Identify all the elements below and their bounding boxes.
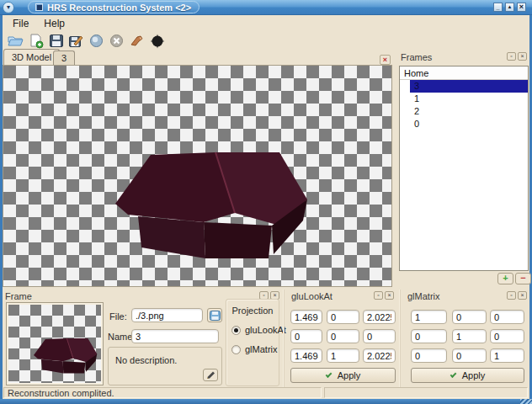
glulookat-dock-titlebar[interactable]: gluLookAt ▫ × — [286, 290, 397, 303]
delete-orb-icon — [109, 34, 124, 48]
glmatrix-cell-2-0[interactable] — [411, 348, 447, 363]
glmatrix-cell-1-2[interactable] — [490, 329, 524, 343]
save-as-button[interactable] — [67, 33, 85, 50]
frame-thumbnail-model — [8, 305, 101, 383]
pencil-icon — [206, 371, 215, 380]
save-as-icon — [68, 34, 84, 49]
toolbar — [3, 31, 529, 50]
glmatrix-close-button[interactable]: × — [518, 291, 527, 300]
status-message: Reconstruction complited. — [3, 387, 322, 398]
splitter[interactable] — [283, 290, 285, 387]
window-title: HRS Reconstruction System <2> — [47, 3, 191, 13]
status-spacer — [324, 387, 528, 398]
glulookat-cell-2-2[interactable] — [363, 348, 396, 363]
add-frame-button[interactable]: + — [497, 273, 513, 284]
paint-hand-icon — [129, 34, 145, 48]
splitter[interactable] — [399, 290, 401, 387]
menu-help[interactable]: Help — [38, 17, 71, 30]
glulookat-apply-label: Apply — [338, 370, 361, 380]
radio-glmatrix-label: glMatrix — [245, 344, 278, 354]
settings-orb-icon — [89, 34, 104, 48]
frames-dock: Frames ▫ × Home 3 1 2 0 + − — [396, 50, 530, 290]
radio-glmatrix[interactable]: glMatrix — [231, 344, 278, 354]
check-icon — [450, 371, 456, 378]
minimize-button[interactable]: _ — [493, 3, 503, 12]
glmatrix-float-button[interactable]: ▫ — [507, 291, 516, 300]
frames-float-button[interactable]: ▫ — [507, 52, 516, 61]
resize-grip[interactable] — [520, 399, 532, 404]
window-menu-button[interactable]: ▾ — [3, 2, 14, 13]
texture-button[interactable] — [128, 33, 146, 50]
edit-description-button[interactable] — [203, 369, 218, 381]
tabbar: 3D Model 3 × — [3, 50, 392, 65]
glmatrix-cell-1-0[interactable] — [411, 329, 447, 343]
tab-3d-model[interactable]: 3D Model — [3, 49, 60, 65]
new-document-icon — [28, 34, 44, 49]
projection-group: Projection gluLookAt glMatrix — [226, 299, 279, 386]
viewport-3d[interactable] — [3, 65, 392, 287]
stop-button[interactable] — [108, 33, 125, 50]
close-button[interactable]: × — [517, 3, 526, 12]
disk-icon — [210, 311, 221, 321]
window-border — [0, 399, 532, 404]
glulookat-float-button[interactable]: ▫ — [374, 291, 383, 300]
menubar: File Help — [3, 16, 529, 31]
frame-list-item[interactable]: 1 — [400, 93, 528, 105]
glmatrix-dock-titlebar[interactable]: glMatrix ▫ × — [402, 290, 530, 303]
glmatrix-cell-0-0[interactable] — [411, 310, 447, 324]
glulookat-cell-2-0[interactable] — [290, 348, 322, 363]
glmatrix-cell-1-1[interactable] — [452, 329, 487, 343]
glmatrix-cell-2-2[interactable] — [490, 348, 524, 363]
glmatrix-cell-0-1[interactable] — [452, 310, 487, 324]
statusbar: Reconstruction complited. — [3, 386, 529, 399]
new-frame-button[interactable] — [27, 33, 45, 50]
glmatrix-cell-2-1[interactable] — [452, 348, 487, 363]
frames-list-header[interactable]: Home — [400, 66, 528, 80]
projection-label: Projection — [226, 306, 279, 316]
glulookat-apply-button[interactable]: Apply — [290, 368, 396, 383]
open-button[interactable] — [7, 33, 24, 50]
reconstruct-button[interactable] — [88, 33, 105, 50]
check-icon — [325, 371, 332, 378]
glulookat-close-button[interactable]: × — [385, 291, 394, 300]
frame-list-item[interactable]: 3 — [410, 80, 528, 93]
remove-frame-button[interactable]: − — [515, 273, 531, 284]
glulookat-cell-2-1[interactable] — [327, 348, 359, 363]
file-input[interactable] — [131, 308, 203, 322]
glmatrix-apply-button[interactable]: Apply — [411, 368, 524, 383]
save-button[interactable] — [47, 33, 65, 50]
frames-dock-title: Frames — [401, 52, 432, 62]
glmatrix-apply-label: Apply — [462, 370, 486, 380]
open-folder-icon — [8, 34, 24, 48]
frames-close-button[interactable]: × — [518, 52, 527, 61]
menu-file[interactable]: File — [7, 17, 35, 30]
radio-icon — [231, 345, 241, 354]
glulookat-dock-title: gluLookAt — [291, 291, 332, 301]
description-box: No description. — [108, 347, 222, 385]
glulookat-cell-1-0[interactable] — [290, 329, 322, 343]
render-button[interactable] — [148, 33, 166, 50]
maximize-button[interactable]: ▲ — [505, 3, 514, 12]
name-input[interactable] — [131, 329, 219, 343]
save-floppy-icon — [49, 34, 64, 48]
radio-glulookat-label: gluLookAt — [245, 325, 286, 335]
glmatrix-dock: glMatrix ▫ × Apply — [402, 290, 530, 387]
glulookat-cell-0-1[interactable] — [327, 310, 359, 324]
glulookat-cell-1-2[interactable] — [363, 329, 396, 343]
tab-frame-3[interactable]: 3 — [53, 50, 75, 65]
frame-thumbnail — [7, 303, 103, 385]
title-capsule: HRS Reconstruction System <2> — [28, 1, 200, 13]
glmatrix-cell-0-2[interactable] — [490, 310, 524, 324]
frame-list-item[interactable]: 0 — [400, 118, 528, 130]
titlebar[interactable]: ▾ HRS Reconstruction System <2> _ ▲ × — [0, 0, 532, 15]
radio-glulookat[interactable]: gluLookAt — [231, 325, 286, 335]
tab-close-button[interactable]: × — [380, 55, 391, 65]
glulookat-cell-0-0[interactable] — [290, 310, 322, 324]
glulookat-cell-0-2[interactable] — [363, 310, 396, 324]
browse-file-button[interactable] — [207, 308, 222, 322]
glulookat-dock: gluLookAt ▫ × Apply — [286, 290, 397, 387]
frames-dock-titlebar[interactable]: Frames ▫ × — [396, 50, 530, 64]
glulookat-cell-1-1[interactable] — [327, 329, 359, 343]
file-label: File: — [109, 311, 127, 322]
frame-list-item[interactable]: 2 — [400, 105, 528, 118]
